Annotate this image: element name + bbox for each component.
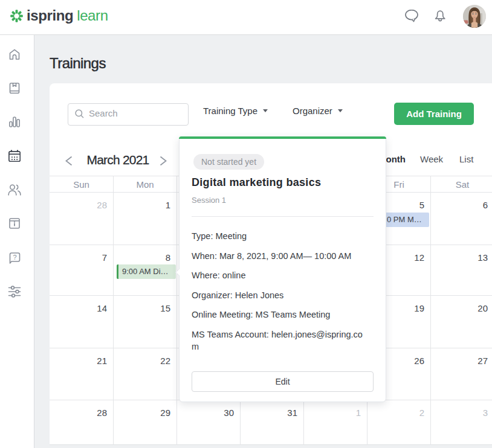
search-icon (75, 109, 84, 118)
people-icon (8, 184, 21, 196)
logo-brand: ispring (27, 7, 73, 24)
sidebar-item-courses[interactable] (8, 82, 21, 95)
next-month-button[interactable] (156, 149, 170, 172)
calendar-cell[interactable]: 1 (303, 400, 367, 445)
search-input[interactable] (89, 108, 188, 118)
date-number: 13 (477, 252, 488, 263)
calendar-cell[interactable]: 29 (113, 400, 176, 445)
view-tab-list[interactable]: List (459, 154, 473, 164)
training-type-label: Training Type (203, 106, 257, 116)
calendar-cell[interactable]: 20 (430, 296, 492, 348)
organizer-label: Organizer (293, 106, 332, 116)
date-number: 27 (477, 356, 488, 366)
calendar-cell[interactable]: 3 (430, 400, 492, 445)
logo-product: learn (77, 7, 108, 24)
calendar-cell[interactable]: 1 (113, 193, 176, 245)
popover-detail-line: Where: online (192, 269, 368, 282)
svg-text:?: ? (13, 254, 16, 261)
calendar-cell[interactable]: 14 (50, 296, 113, 348)
popover-detail-line: Online Meeting: MS Teams Meeting (192, 309, 368, 321)
date-number: 26 (414, 356, 424, 366)
calendar-cell[interactable]: 2 (367, 400, 430, 445)
calendar-cell[interactable]: 6 (430, 193, 492, 245)
date-number: 20 (477, 303, 488, 313)
date-number: 14 (97, 303, 107, 313)
date-number: 29 (160, 408, 170, 418)
status-badge: Not started yet (193, 154, 264, 170)
page-title: Trainings (50, 55, 106, 72)
popover-subtitle: Session 1 (192, 196, 374, 205)
chevron-down-icon (263, 109, 268, 112)
popover-detail-line: Type: Meeting (192, 230, 368, 243)
bell-icon (434, 10, 446, 25)
calendar-cell[interactable]: 31 (240, 400, 303, 445)
view-tab-week[interactable]: Week (420, 154, 443, 164)
book-icon (8, 82, 21, 94)
date-number: 12 (414, 252, 424, 263)
date-number: 2 (419, 408, 424, 418)
date-number: 28 (97, 200, 107, 210)
popover-title: Digital marketing basics (192, 176, 374, 189)
calendar-cell[interactable]: 21 (50, 348, 113, 400)
calendar-event-green[interactable]: 9:00 AM Di… (117, 264, 176, 279)
chevron-right-icon (159, 156, 167, 166)
bar-chart-icon (8, 116, 21, 128)
help-icon: ? (8, 252, 21, 264)
calendar-cell[interactable]: 28 (50, 400, 113, 445)
date-number: 1 (356, 408, 361, 418)
date-number: 31 (287, 408, 297, 418)
calendar-cell[interactable]: 15 (113, 296, 176, 348)
popover-detail-line: When: Mar 8, 2021, 9:00 AM— 10:00 AM (192, 250, 368, 263)
month-title: March 2021 (85, 153, 151, 167)
date-number: 15 (160, 303, 170, 313)
sidebar-item-settings[interactable] (8, 285, 21, 298)
popover-divider (192, 216, 374, 217)
sidebar-item-calendar[interactable] (8, 149, 21, 162)
sidebar-item-home[interactable] (8, 48, 21, 61)
prev-month-button[interactable] (62, 149, 76, 172)
sidebar-item-people[interactable] (8, 183, 21, 196)
popover-detail-line: MS Teams Account: helen.jones@ispring.co… (192, 328, 368, 353)
sidebar-item-catalog[interactable] (8, 217, 21, 230)
chat-button[interactable] (401, 0, 422, 35)
avatar[interactable] (463, 5, 486, 28)
date-number: 28 (97, 408, 107, 418)
notifications-button[interactable] (430, 0, 450, 35)
calendar-cell[interactable]: 13 (430, 245, 492, 296)
date-number: 5 (419, 200, 424, 210)
sidebar: ? (0, 35, 34, 448)
chevron-down-icon (338, 109, 343, 112)
calendar-cell[interactable]: 27 (430, 348, 492, 400)
logo[interactable]: ispringlearn (10, 7, 108, 24)
calendar-cell[interactable]: 30 (176, 400, 240, 445)
sidebar-item-reports[interactable] (8, 115, 21, 129)
date-number: 8 (166, 252, 170, 263)
avatar-photo (463, 5, 486, 28)
calendar-cell[interactable]: 7 (50, 245, 113, 296)
add-training-button[interactable]: Add Training (394, 103, 474, 125)
sliders-icon (8, 286, 21, 298)
popover-details: Type: MeetingWhen: Mar 8, 2021, 9:00 AM—… (192, 230, 368, 353)
organizer-filter[interactable]: Organizer (293, 100, 343, 123)
training-type-filter[interactable]: Training Type (203, 100, 268, 123)
calendar-icon (8, 150, 21, 162)
chat-icon (404, 10, 419, 25)
date-number: 22 (160, 356, 170, 366)
day-header-mon: Mon (113, 176, 176, 193)
sidebar-item-help[interactable]: ? (8, 251, 21, 264)
date-number: 21 (97, 356, 107, 366)
date-number: 19 (414, 303, 424, 313)
home-icon (8, 48, 21, 60)
date-number: 6 (483, 200, 488, 210)
date-number: 1 (166, 200, 170, 210)
chevron-left-icon (65, 156, 73, 166)
day-header-sun: Sun (50, 176, 113, 193)
search-box[interactable] (68, 103, 189, 126)
edit-button[interactable]: Edit (192, 371, 374, 392)
calendar-cell[interactable]: 28 (50, 193, 113, 245)
ispring-flower-icon (10, 10, 23, 22)
logo-text: ispringlearn (27, 7, 108, 24)
calendar-cell[interactable]: 22 (113, 348, 176, 400)
date-number: 3 (483, 408, 488, 418)
day-header-sat: Sat (430, 176, 492, 193)
